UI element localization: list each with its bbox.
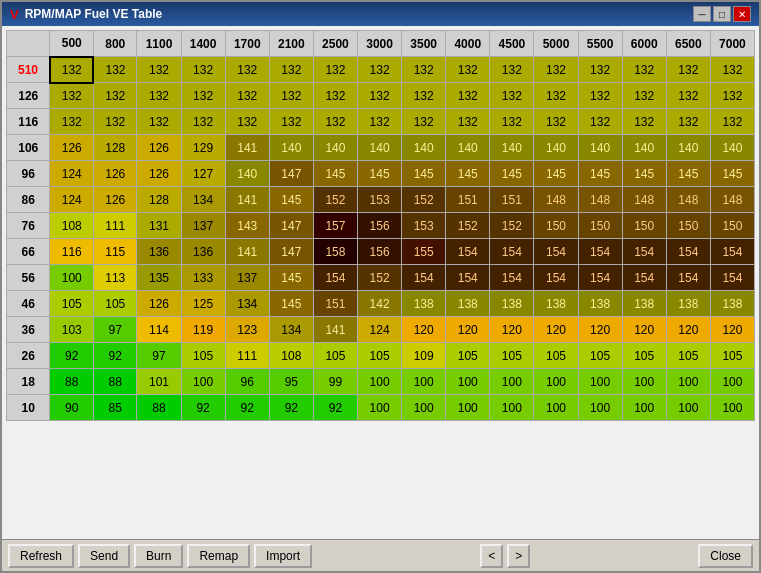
table-cell[interactable]: 151 bbox=[446, 187, 490, 213]
table-cell[interactable]: 140 bbox=[358, 135, 402, 161]
table-cell[interactable]: 132 bbox=[181, 83, 225, 109]
table-cell[interactable]: 140 bbox=[666, 135, 710, 161]
table-cell[interactable]: 131 bbox=[137, 213, 181, 239]
table-cell[interactable]: 100 bbox=[578, 395, 622, 421]
table-cell[interactable]: 150 bbox=[710, 213, 754, 239]
table-cell[interactable]: 100 bbox=[446, 369, 490, 395]
table-cell[interactable]: 123 bbox=[225, 317, 269, 343]
table-cell[interactable]: 152 bbox=[490, 213, 534, 239]
table-cell[interactable]: 148 bbox=[578, 187, 622, 213]
table-cell[interactable]: 154 bbox=[534, 239, 578, 265]
table-cell[interactable]: 105 bbox=[710, 343, 754, 369]
table-cell[interactable]: 132 bbox=[402, 57, 446, 83]
table-cell[interactable]: 100 bbox=[50, 265, 94, 291]
window-close-button[interactable]: ✕ bbox=[733, 6, 751, 22]
table-cell[interactable]: 100 bbox=[402, 369, 446, 395]
table-cell[interactable]: 154 bbox=[666, 265, 710, 291]
table-cell[interactable]: 100 bbox=[710, 369, 754, 395]
table-cell[interactable]: 132 bbox=[446, 83, 490, 109]
table-cell[interactable]: 138 bbox=[490, 291, 534, 317]
table-cell[interactable]: 138 bbox=[666, 291, 710, 317]
table-cell[interactable]: 132 bbox=[534, 109, 578, 135]
table-cell[interactable]: 105 bbox=[313, 343, 357, 369]
table-cell[interactable]: 148 bbox=[710, 187, 754, 213]
table-cell[interactable]: 132 bbox=[666, 57, 710, 83]
table-cell[interactable]: 138 bbox=[534, 291, 578, 317]
table-cell[interactable]: 108 bbox=[50, 213, 94, 239]
table-cell[interactable]: 128 bbox=[137, 187, 181, 213]
table-cell[interactable]: 100 bbox=[534, 395, 578, 421]
prev-button[interactable]: < bbox=[480, 544, 503, 568]
table-cell[interactable]: 148 bbox=[666, 187, 710, 213]
table-cell[interactable]: 133 bbox=[181, 265, 225, 291]
table-cell[interactable]: 120 bbox=[666, 317, 710, 343]
table-cell[interactable]: 100 bbox=[622, 395, 666, 421]
table-cell[interactable]: 100 bbox=[666, 395, 710, 421]
table-cell[interactable]: 138 bbox=[622, 291, 666, 317]
table-cell[interactable]: 114 bbox=[137, 317, 181, 343]
table-cell[interactable]: 155 bbox=[402, 239, 446, 265]
table-cell[interactable]: 132 bbox=[490, 109, 534, 135]
table-cell[interactable]: 142 bbox=[358, 291, 402, 317]
table-cell[interactable]: 138 bbox=[446, 291, 490, 317]
table-cell[interactable]: 151 bbox=[490, 187, 534, 213]
table-cell[interactable]: 109 bbox=[402, 343, 446, 369]
table-cell[interactable]: 132 bbox=[402, 109, 446, 135]
table-cell[interactable]: 111 bbox=[225, 343, 269, 369]
table-cell[interactable]: 132 bbox=[666, 109, 710, 135]
table-cell[interactable]: 100 bbox=[622, 369, 666, 395]
table-cell[interactable]: 140 bbox=[225, 161, 269, 187]
table-cell[interactable]: 97 bbox=[93, 317, 136, 343]
table-cell[interactable]: 120 bbox=[578, 317, 622, 343]
table-cell[interactable]: 120 bbox=[534, 317, 578, 343]
table-cell[interactable]: 143 bbox=[225, 213, 269, 239]
table-cell[interactable]: 152 bbox=[313, 187, 357, 213]
table-cell[interactable]: 132 bbox=[446, 109, 490, 135]
table-cell[interactable]: 152 bbox=[446, 213, 490, 239]
table-cell[interactable]: 145 bbox=[358, 161, 402, 187]
table-cell[interactable]: 154 bbox=[490, 239, 534, 265]
table-cell[interactable]: 92 bbox=[93, 343, 136, 369]
table-cell[interactable]: 128 bbox=[93, 135, 136, 161]
table-cell[interactable]: 132 bbox=[313, 109, 357, 135]
table-cell[interactable]: 126 bbox=[137, 135, 181, 161]
table-cell[interactable]: 135 bbox=[137, 265, 181, 291]
table-cell[interactable]: 126 bbox=[93, 187, 136, 213]
table-cell[interactable]: 126 bbox=[137, 291, 181, 317]
table-cell[interactable]: 126 bbox=[50, 135, 94, 161]
table-cell[interactable]: 158 bbox=[313, 239, 357, 265]
table-cell[interactable]: 154 bbox=[622, 239, 666, 265]
table-cell[interactable]: 120 bbox=[402, 317, 446, 343]
table-cell[interactable]: 103 bbox=[50, 317, 94, 343]
table-cell[interactable]: 147 bbox=[269, 161, 313, 187]
table-cell[interactable]: 88 bbox=[50, 369, 94, 395]
table-cell[interactable]: 151 bbox=[313, 291, 357, 317]
table-cell[interactable]: 105 bbox=[666, 343, 710, 369]
table-cell[interactable]: 136 bbox=[181, 239, 225, 265]
table-cell[interactable]: 138 bbox=[710, 291, 754, 317]
table-cell[interactable]: 154 bbox=[490, 265, 534, 291]
import-button[interactable]: Import bbox=[254, 544, 312, 568]
table-cell[interactable]: 120 bbox=[622, 317, 666, 343]
table-cell[interactable]: 92 bbox=[181, 395, 225, 421]
table-cell[interactable]: 140 bbox=[578, 135, 622, 161]
table-cell[interactable]: 154 bbox=[710, 265, 754, 291]
table-cell[interactable]: 132 bbox=[710, 109, 754, 135]
table-cell[interactable]: 111 bbox=[93, 213, 136, 239]
table-cell[interactable]: 100 bbox=[358, 369, 402, 395]
table-cell[interactable]: 92 bbox=[269, 395, 313, 421]
table-cell[interactable]: 132 bbox=[269, 109, 313, 135]
table-cell[interactable]: 132 bbox=[313, 83, 357, 109]
table-cell[interactable]: 140 bbox=[534, 135, 578, 161]
table-cell[interactable]: 154 bbox=[622, 265, 666, 291]
table-cell[interactable]: 132 bbox=[358, 83, 402, 109]
refresh-button[interactable]: Refresh bbox=[8, 544, 74, 568]
table-cell[interactable]: 132 bbox=[710, 57, 754, 83]
table-cell[interactable]: 97 bbox=[137, 343, 181, 369]
table-cell[interactable]: 132 bbox=[534, 83, 578, 109]
table-cell[interactable]: 145 bbox=[402, 161, 446, 187]
table-cell[interactable]: 156 bbox=[358, 239, 402, 265]
table-cell[interactable]: 95 bbox=[269, 369, 313, 395]
table-cell[interactable]: 136 bbox=[137, 239, 181, 265]
table-cell[interactable]: 145 bbox=[313, 161, 357, 187]
